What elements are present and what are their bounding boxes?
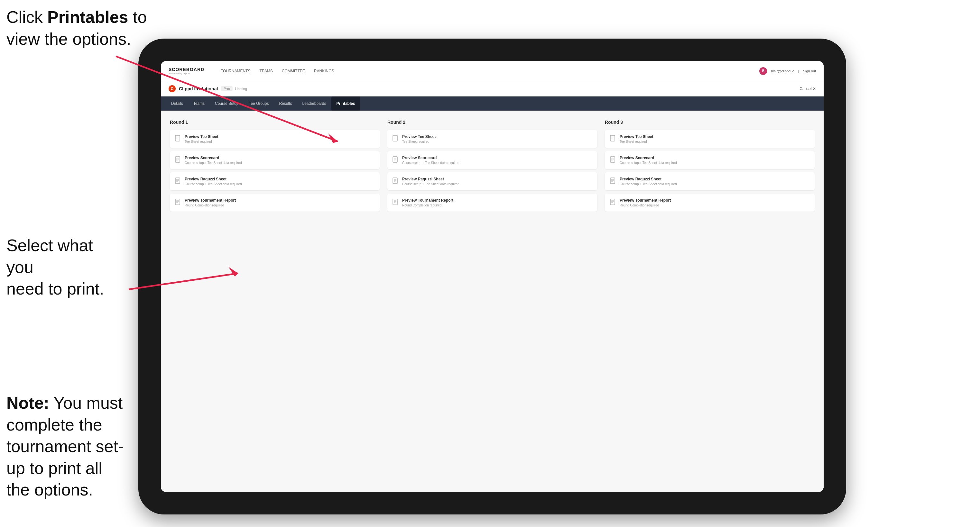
round-3-tee-sheet[interactable]: Preview Tee Sheet Tee Sheet required	[605, 130, 815, 148]
user-email: blair@clippd.io	[771, 69, 794, 73]
logo-area: SCOREBOARD Powered by clippd	[169, 67, 210, 75]
tab-teams[interactable]: Teams	[188, 97, 210, 111]
round-2-scorecard[interactable]: Preview Scorecard Course setup + Tee She…	[387, 151, 597, 169]
document-icon-8	[393, 199, 399, 206]
round-1-scorecard-title: Preview Scorecard	[185, 156, 374, 160]
round-3-tee-sheet-content: Preview Tee Sheet Tee Sheet required	[620, 134, 810, 143]
round-1-column: Round 1 Preview Tee Sheet	[170, 120, 380, 215]
round-2-tournament-report[interactable]: Preview Tournament Report Round Completi…	[387, 194, 597, 211]
round-2-title: Round 2	[387, 120, 597, 125]
round-1-tee-sheet-content: Preview Tee Sheet Tee Sheet required	[185, 134, 374, 143]
round-1-scorecard-content: Preview Scorecard Course setup + Tee She…	[185, 156, 374, 165]
round-1-tee-sheet-title: Preview Tee Sheet	[185, 134, 374, 139]
round-2-scorecard-content: Preview Scorecard Course setup + Tee She…	[402, 156, 592, 165]
document-icon-7	[393, 178, 399, 185]
cancel-button[interactable]: Cancel ✕	[800, 86, 816, 91]
rounds-grid: Round 1 Preview Tee Sheet	[170, 120, 815, 215]
round-1-tee-sheet[interactable]: Preview Tee Sheet Tee Sheet required	[170, 130, 380, 148]
tournament-status: Hosting	[235, 87, 247, 90]
nav-committee[interactable]: COMMITTEE	[282, 68, 305, 75]
round-2-tee-sheet[interactable]: Preview Tee Sheet Tee Sheet required	[387, 130, 597, 148]
round-1-tournament-report[interactable]: Preview Tournament Report Round Completi…	[170, 194, 380, 211]
round-1-raguzzi[interactable]: Preview Raguzzi Sheet Course setup + Tee…	[170, 172, 380, 190]
round-3-tee-sheet-subtitle: Tee Sheet required	[620, 140, 810, 143]
tablet-screen: SCOREBOARD Powered by clippd TOURNAMENTS…	[161, 61, 824, 492]
top-nav-right: B blair@clippd.io | Sign out	[759, 67, 816, 75]
svg-rect-24	[393, 157, 397, 162]
document-icon-12	[610, 199, 616, 206]
tab-details[interactable]: Details	[166, 97, 188, 111]
round-2-raguzzi[interactable]: Preview Raguzzi Sheet Course setup + Tee…	[387, 172, 597, 190]
round-1-tee-sheet-subtitle: Tee Sheet required	[185, 140, 374, 143]
round-2-report-subtitle: Round Completion required	[402, 203, 592, 207]
round-2-raguzzi-title: Preview Raguzzi Sheet	[402, 177, 592, 181]
tournament-logo: C	[169, 85, 176, 92]
tab-tee-groups[interactable]: Tee Groups	[243, 97, 274, 111]
nav-rankings[interactable]: RANKINGS	[314, 68, 334, 75]
document-icon	[175, 135, 181, 143]
round-2-scorecard-subtitle: Course setup + Tee Sheet data required	[402, 161, 592, 165]
sub-nav: Details Teams Course Setup Tee Groups Re…	[161, 97, 824, 111]
nav-tournaments[interactable]: TOURNAMENTS	[221, 68, 250, 75]
document-icon-10	[610, 156, 616, 164]
round-3-scorecard[interactable]: Preview Scorecard Course setup + Tee She…	[605, 151, 815, 169]
round-3-scorecard-subtitle: Course setup + Tee Sheet data required	[620, 161, 810, 165]
round-3-scorecard-title: Preview Scorecard	[620, 156, 810, 160]
svg-rect-48	[610, 199, 615, 205]
annotation-top: Click Printables toview the options.	[6, 6, 147, 50]
svg-rect-36	[610, 135, 615, 141]
tab-leaderboards[interactable]: Leaderboards	[297, 97, 331, 111]
round-1-raguzzi-content: Preview Raguzzi Sheet Course setup + Tee…	[185, 177, 374, 186]
document-icon-9	[610, 135, 616, 143]
logo-powered: Powered by clippd	[169, 72, 210, 75]
round-1-title: Round 1	[170, 120, 380, 125]
annotation-middle: Select what youneed to print.	[6, 235, 116, 300]
round-3-tournament-report[interactable]: Preview Tournament Report Round Completi…	[605, 194, 815, 211]
logo-scoreboard: SCOREBOARD	[169, 67, 210, 72]
document-icon-6	[393, 156, 399, 164]
document-icon-3	[175, 178, 181, 185]
round-3-column: Round 3 Preview Tee Sheet	[605, 120, 815, 215]
top-nav-links: TOURNAMENTS TEAMS COMMITTEE RANKINGS	[221, 68, 759, 75]
round-3-raguzzi[interactable]: Preview Raguzzi Sheet Course setup + Tee…	[605, 172, 815, 190]
round-3-tee-sheet-title: Preview Tee Sheet	[620, 134, 810, 139]
round-3-report-subtitle: Round Completion required	[620, 203, 810, 207]
main-content: Round 1 Preview Tee Sheet	[161, 111, 824, 492]
round-1-scorecard[interactable]: Preview Scorecard Course setup + Tee She…	[170, 151, 380, 169]
document-icon-2	[175, 156, 181, 164]
tournament-name: Clippd Invitational	[179, 86, 218, 91]
svg-rect-16	[175, 199, 180, 205]
round-2-column: Round 2 Preview Tee Sheet	[387, 120, 597, 215]
round-3-title: Round 3	[605, 120, 815, 125]
round-1-report-title: Preview Tournament Report	[185, 198, 374, 203]
sign-out-link[interactable]: Sign out	[803, 69, 816, 73]
svg-rect-40	[610, 157, 615, 162]
svg-rect-8	[175, 157, 180, 162]
annotation-bold-printables: Printables	[47, 8, 128, 26]
round-2-tee-sheet-title: Preview Tee Sheet	[402, 134, 592, 139]
round-2-scorecard-title: Preview Scorecard	[402, 156, 592, 160]
tab-printables[interactable]: Printables	[331, 97, 360, 111]
round-1-raguzzi-title: Preview Raguzzi Sheet	[185, 177, 374, 181]
round-2-report-title: Preview Tournament Report	[402, 198, 592, 203]
document-icon-11	[610, 178, 616, 185]
svg-rect-12	[175, 178, 180, 184]
round-3-report-content: Preview Tournament Report Round Completi…	[620, 198, 810, 207]
tab-results[interactable]: Results	[274, 97, 297, 111]
round-2-report-content: Preview Tournament Report Round Completi…	[402, 198, 592, 207]
tab-course-setup[interactable]: Course Setup	[210, 97, 243, 111]
user-avatar: B	[759, 67, 767, 75]
tournament-badge: Men	[221, 86, 232, 91]
nav-teams[interactable]: TEAMS	[259, 68, 272, 75]
round-1-scorecard-subtitle: Course setup + Tee Sheet data required	[185, 161, 374, 165]
round-2-raguzzi-content: Preview Raguzzi Sheet Course setup + Tee…	[402, 177, 592, 186]
svg-rect-32	[393, 199, 397, 205]
round-3-report-title: Preview Tournament Report	[620, 198, 810, 203]
round-2-tee-sheet-subtitle: Tee Sheet required	[402, 140, 592, 143]
svg-rect-28	[393, 178, 397, 184]
round-3-scorecard-content: Preview Scorecard Course setup + Tee She…	[620, 156, 810, 165]
round-2-raguzzi-subtitle: Course setup + Tee Sheet data required	[402, 182, 592, 186]
svg-rect-20	[393, 135, 397, 141]
round-3-raguzzi-content: Preview Raguzzi Sheet Course setup + Tee…	[620, 177, 810, 186]
top-nav: SCOREBOARD Powered by clippd TOURNAMENTS…	[161, 61, 824, 81]
